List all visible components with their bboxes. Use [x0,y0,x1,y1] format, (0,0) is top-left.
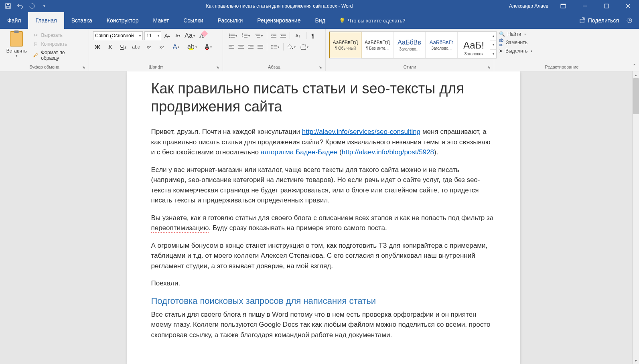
qat-customize-icon[interactable]: ▾ [41,3,47,9]
font-size-value: 11 [146,33,152,38]
doc-paragraph: А огромным бонусом в конце станет инстру… [151,241,496,271]
font-size-select[interactable]: 11▾ [144,31,161,40]
style-preview: АаБбВв [398,39,421,46]
numbering-button[interactable]: 123▾ [240,31,252,40]
svg-rect-4 [561,4,566,5]
decrease-indent-button[interactable] [269,31,278,40]
document-page[interactable]: Как правильно писать статьи и seo-тексты… [127,71,520,364]
format-painter-button[interactable]: 🖌 Формат по образцу [32,49,84,62]
cut-button[interactable]: ✂ Вырезать [32,31,84,39]
text-effects-button[interactable]: A▾ [170,42,182,51]
share-button[interactable]: Поделиться [579,17,619,24]
spelling-error[interactable]: переоптимизацию [151,224,209,233]
tab-layout[interactable]: Макет [146,12,176,29]
brush-icon: 🖌 [32,52,39,59]
history-icon[interactable] [626,17,633,24]
tell-me-search[interactable]: 💡 Что вы хотите сделать? [333,12,412,29]
quick-access-toolbar: ▾ [0,3,52,9]
share-label: Поделиться [588,17,619,24]
increase-indent-button[interactable] [279,31,288,40]
show-marks-button[interactable]: ¶ [308,31,317,40]
close-icon[interactable] [619,0,637,12]
scroll-up-button[interactable]: ▴ [633,71,639,78]
undo-icon[interactable] [17,3,23,9]
select-button[interactable]: ➤ Выделить ▾ [499,48,532,54]
doc-paragraph: Поехали. [151,278,496,289]
italic-button[interactable]: К [106,42,115,51]
replace-label: Заменить [506,40,527,45]
clipboard-group-label: Буфер обмена ⬊ [3,64,85,70]
style-preview: АаБбВвГгД [365,40,390,45]
document-area: Как правильно писать статьи и seo-тексты… [0,71,639,364]
scroll-thumb[interactable] [633,78,639,114]
font-color-button[interactable]: A▾ [202,42,214,51]
style-title[interactable]: АаБ! Заголовок [458,32,490,58]
align-right-button[interactable] [246,42,255,51]
tab-references[interactable]: Ссылки [176,12,210,29]
bold-button[interactable]: Ж [93,42,102,51]
svg-point-13 [229,35,231,36]
font-group-label: Шрифт ⬊ [92,64,219,70]
strikethrough-button[interactable]: abc [132,42,140,51]
change-case-button[interactable]: Aa▾ [184,31,196,40]
vertical-scrollbar[interactable]: ▴ ▾ [632,71,639,364]
replace-button[interactable]: abac Заменить [499,38,532,47]
styles-dialog-launcher[interactable]: ⬊ [487,65,491,69]
tab-file[interactable]: Файл [0,12,28,29]
paste-button[interactable]: Вставить ▾ [3,30,30,64]
group-editing: 🔍 Найти ▾ abac Заменить ➤ Выделить ▾ Ред… [494,29,629,71]
doc-link-post[interactable]: http://alaev.info/blog/post/5928 [342,148,434,156]
font-name-select[interactable]: Calibri (Основной▾ [93,31,143,40]
style-normal[interactable]: АаБбВвГгД ¶ Обычный [329,32,361,58]
style-no-spacing[interactable]: АаБбВвГгД ¶ Без инте... [361,32,394,58]
paste-label: Вставить [6,48,27,54]
group-paragraph: ▾ 123▾ ▾ A↓ ¶ ▾ [223,29,326,71]
user-name[interactable]: Александр Алаев [507,3,551,9]
ribbon-display-icon[interactable] [554,0,572,12]
shading-button[interactable]: ▾ [286,42,298,51]
highlight-button[interactable]: ab▾ [186,42,198,51]
align-left-button[interactable] [227,42,236,51]
shrink-font-button[interactable]: A▾ [173,31,182,40]
ribbon-tabs: Файл Главная Вставка Конструктор Макет С… [0,12,639,29]
window-title: Как правильно писать статьи для продвиже… [52,3,507,9]
svg-rect-6 [605,4,609,8]
save-icon[interactable] [5,3,11,9]
tab-view[interactable]: Вид [308,12,332,29]
justify-button[interactable] [256,42,265,51]
find-button[interactable]: 🔍 Найти ▾ [499,31,532,37]
copy-button[interactable]: ⎘ Копировать [32,40,84,48]
svg-point-15 [229,37,231,38]
sort-button[interactable]: A↓ [292,31,304,40]
superscript-button[interactable]: x2 [157,42,166,51]
borders-button[interactable]: ▾ [298,42,310,51]
maximize-icon[interactable] [597,0,616,12]
clipboard-dialog-launcher[interactable]: ⬊ [82,65,85,69]
paragraph-dialog-launcher[interactable]: ⬊ [319,65,322,69]
style-heading1[interactable]: АаБбВв Заголово... [394,32,426,58]
doc-link-consulting[interactable]: http://alaev.info/services/seo-consultin… [302,128,420,135]
redo-icon[interactable] [29,3,35,9]
bullets-button[interactable]: ▾ [227,31,239,40]
multilevel-list-button[interactable]: ▾ [253,31,265,40]
font-dialog-launcher[interactable]: ⬊ [216,65,219,69]
share-icon [579,17,586,24]
align-center-button[interactable] [237,42,245,51]
minimize-icon[interactable] [576,0,594,12]
subscript-button[interactable]: x2 [144,42,153,51]
tab-mailings[interactable]: Рассылки [211,12,250,29]
search-icon: 🔍 [499,31,505,37]
tab-home[interactable]: Главная [28,12,64,29]
clear-formatting-button[interactable]: A [197,31,206,40]
scroll-down-button[interactable]: ▾ [633,357,639,364]
style-heading2[interactable]: АаБбВвГг Заголово... [426,32,458,58]
doc-link-baden[interactable]: алгоритма Баден-Баден [261,148,338,156]
styles-gallery: АаБбВвГгД ¶ Обычный АаБбВвГгД ¶ Без инте… [329,31,497,59]
tab-design[interactable]: Конструктор [99,12,146,29]
underline-button[interactable]: Ч▾ [119,42,128,51]
collapse-ribbon-button[interactable]: ⌃ [629,29,639,71]
line-spacing-button[interactable]: ▾ [269,42,281,51]
tab-review[interactable]: Рецензирование [250,12,308,29]
tab-insert[interactable]: Вставка [64,12,99,29]
grow-font-button[interactable]: A▴ [163,31,172,40]
